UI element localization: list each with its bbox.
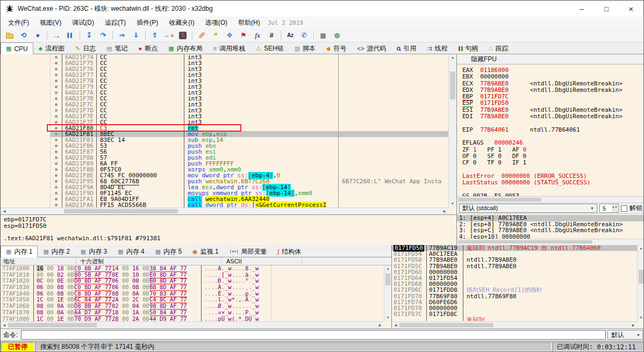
calling-convention-select[interactable]: 默认 (stdcall) — [459, 204, 597, 213]
tab-references[interactable]: 引用 — [391, 42, 421, 54]
scroll-left-icon[interactable] — [2, 322, 7, 328]
minimize-button[interactable]: – — [569, 1, 594, 17]
breakpoint-dot[interactable] — [55, 115, 58, 118]
scrollbar-thumb[interactable] — [450, 71, 455, 99]
scroll-right-icon[interactable] — [631, 322, 636, 328]
scrollbar-thumb[interactable] — [458, 198, 541, 202]
breakpoint-dot[interactable] — [55, 150, 58, 153]
breakpoint-dot[interactable] — [55, 145, 58, 147]
command-input[interactable] — [21, 330, 606, 340]
tab-cpu[interactable]: ▦CPU — [1, 42, 33, 54]
breakpoint-dot[interactable] — [55, 97, 58, 100]
tab-dump-3[interactable]: ▦内存 3 — [75, 246, 112, 257]
hex-vertical-scrollbar[interactable] — [384, 265, 391, 321]
stop-icon[interactable]: ■ — [31, 30, 44, 41]
tab-handles[interactable]: 句柄 — [453, 42, 484, 54]
menu-item[interactable]: 选项(O) — [200, 17, 233, 28]
scroll-left-icon[interactable] — [2, 208, 7, 214]
tab-dump-5[interactable]: ▦内存 5 — [150, 246, 187, 257]
tab-graph[interactable]: ♣流程图 — [33, 42, 70, 54]
patch-icon[interactable] — [195, 30, 208, 41]
stack-row[interactable]: 返回到 — [392, 317, 637, 321]
stack-row[interactable]: 0171FD7077B69F80ntdll.77B69F80 — [392, 293, 637, 299]
close-button[interactable]: × — [619, 1, 643, 17]
tab-dump-4[interactable]: ▦内存 4 — [112, 246, 149, 257]
scroll-up-icon[interactable] — [384, 265, 391, 272]
stack-vertical-scrollbar[interactable] — [637, 245, 644, 321]
tab-trace[interactable]: ∴跟踪 — [484, 42, 514, 54]
breakpoint-dot[interactable] — [55, 80, 58, 82]
breakpoint-dot[interactable] — [55, 103, 58, 106]
argument-row[interactable]: 3: [esp+C] 77B9ABE0 <ntdll.DbgUiRemoteBr… — [457, 227, 644, 234]
scroll-right-icon[interactable] — [377, 322, 383, 328]
breakpoint-dot[interactable] — [55, 121, 58, 124]
disasm-vertical-scrollbar[interactable] — [448, 54, 456, 207]
argument-count-spinner[interactable]: 5 — [599, 204, 619, 213]
tab-source[interactable]: <>源代码 — [352, 42, 392, 54]
step-out-icon[interactable]: ⇑ — [148, 30, 161, 41]
tab-script[interactable]: ▥脚本 — [289, 42, 321, 54]
tab-threads[interactable]: ⇉线程 — [421, 42, 453, 54]
tab-breakpoints[interactable]: ●断点 — [133, 42, 163, 54]
step-over-icon[interactable]: ↷ — [97, 30, 110, 41]
scrollbar-thumb[interactable] — [458, 240, 592, 243]
step-into-icon[interactable]: ↧ — [83, 30, 96, 41]
breakpoint-dot[interactable] — [55, 74, 58, 76]
menu-item[interactable]: 文件(F) — [3, 17, 34, 28]
menu-item[interactable]: 调试(D) — [67, 17, 99, 28]
breakpoint-dot[interactable] — [55, 168, 58, 171]
tab-memory-map[interactable]: ▦内存布局 — [163, 42, 207, 54]
tab-locals[interactable]: [x=]局部变量 — [224, 246, 273, 257]
disasm-row[interactable]: 6AD21FA6FF15 ACD5566Bcall dword ptr ds:[… — [1, 202, 448, 207]
registers-horizontal-scrollbar[interactable] — [457, 196, 644, 203]
maximize-button[interactable]: □ — [594, 1, 619, 17]
menu-item[interactable]: 收藏夹(I) — [163, 17, 199, 28]
tab-symbols[interactable]: ◆符号 — [321, 42, 352, 54]
run-to-user-code-icon[interactable]: →☻ — [162, 30, 175, 41]
tab-watch-1[interactable]: ◉监视 1 — [187, 246, 224, 257]
breakpoint-dot[interactable] — [55, 91, 58, 94]
scrollbar-thumb[interactable] — [385, 274, 390, 285]
hex-horizontal-scrollbar[interactable] — [1, 321, 384, 328]
globe-icon[interactable]: ⊕ — [331, 30, 344, 41]
scroll-left-icon[interactable] — [393, 322, 398, 328]
scroll-up-icon[interactable] — [449, 54, 456, 61]
tab-dump-2[interactable]: ▦内存 2 — [38, 246, 75, 257]
pause-icon[interactable]: ▌▌ — [64, 30, 77, 41]
breakpoint-dot[interactable] — [55, 180, 58, 183]
argument-row[interactable]: 1: [esp+4] A0C17EEA — [457, 215, 644, 221]
calculator-icon[interactable]: ▦ — [317, 30, 330, 41]
stack-row[interactable]: 0171FD7C0171FD8C — [392, 311, 637, 317]
execute-till-return-icon[interactable]: ⇓ — [130, 30, 142, 41]
tab-seh-chain[interactable]: ⚠SEH链 — [251, 42, 289, 54]
scroll-up-icon[interactable] — [638, 245, 644, 252]
attach-icon[interactable]: ✆ — [298, 30, 311, 41]
switch-thread-s-icon[interactable]: S — [176, 30, 189, 41]
function-icon[interactable]: fx — [251, 30, 264, 41]
scrollbar-thumb[interactable] — [399, 323, 493, 327]
breakpoint-dot[interactable] — [55, 186, 58, 189]
open-file-icon[interactable] — [3, 30, 16, 41]
breakpoint-dot[interactable] — [55, 85, 58, 88]
hex-row[interactable]: 77AF10801C 00 1E 0070 D9 AF 7728 00 2A 0… — [1, 316, 384, 322]
tab-call-stack[interactable]: ≡调用堆栈 — [208, 42, 251, 54]
breakpoint-dot[interactable] — [55, 156, 58, 159]
arguments-horizontal-scrollbar[interactable] — [457, 239, 644, 245]
unlock-checkbox[interactable] — [621, 205, 627, 212]
menu-item[interactable]: 视图(V) — [34, 17, 67, 28]
menu-item[interactable]: 帮助(H) — [233, 17, 266, 28]
breakpoint-dot[interactable] — [55, 162, 58, 165]
scroll-down-icon[interactable] — [638, 314, 644, 321]
breakpoint-dot[interactable] — [55, 133, 58, 135]
stack-row[interactable]: 0171FD6C0171FDD8指向SEH_Record[1]的指针 — [392, 287, 637, 293]
breakpoint-dot[interactable] — [55, 68, 58, 70]
breakpoint-dot[interactable] — [55, 174, 58, 177]
restart-icon[interactable]: ⟲ — [17, 30, 30, 41]
scroll-right-icon[interactable] — [442, 208, 447, 214]
tab-log[interactable]: ✎日志 — [70, 42, 101, 54]
menu-item[interactable]: 插件(P) — [131, 17, 163, 28]
breakpoint-dot[interactable] — [55, 192, 58, 195]
stack-row[interactable]: 0171FD5877B9ABE0ntdll.77B9ABE0 — [392, 257, 637, 263]
tab-dump-1[interactable]: ▦内存 1 — [1, 246, 38, 257]
tab-notes[interactable]: ▤笔记 — [101, 42, 133, 54]
